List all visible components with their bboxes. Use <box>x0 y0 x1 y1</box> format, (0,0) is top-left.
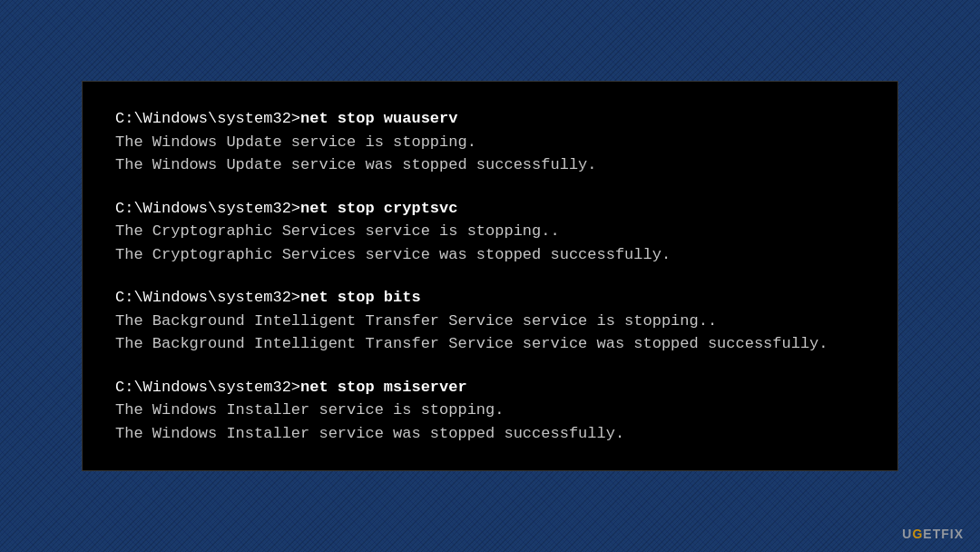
command-block-msiserver: C:\Windows\system32>net stop msiserver T… <box>115 376 865 446</box>
command-block-bits: C:\Windows\system32>net stop bits The Ba… <box>115 286 865 356</box>
command-line-3: C:\Windows\system32>net stop bits <box>115 286 865 310</box>
prompt-2: C:\Windows\system32> <box>115 200 300 217</box>
output-4a: The Windows Installer service is stoppin… <box>115 399 865 422</box>
output-1b: The Windows Update service was stopped s… <box>115 153 865 177</box>
watermark-g: G <box>912 527 923 541</box>
output-3b: The Background Intelligent Transfer Serv… <box>115 332 865 356</box>
command-block-wuauserv: C:\Windows\system32>net stop wuauserv Th… <box>115 107 865 177</box>
command-line-4: C:\Windows\system32>net stop msiserver <box>115 376 865 399</box>
cmd-2: net stop cryptsvc <box>300 200 457 217</box>
command-line-1: C:\Windows\system32>net stop wuauserv <box>115 107 865 131</box>
cmd-4: net stop msiserver <box>300 379 467 396</box>
prompt-1: C:\Windows\system32> <box>115 110 300 127</box>
cmd-1: net stop wuauserv <box>300 110 457 127</box>
terminal-window: C:\Windows\system32>net stop wuauserv Th… <box>82 81 898 471</box>
prompt-4: C:\Windows\system32> <box>115 379 300 396</box>
background: C:\Windows\system32>net stop wuauserv Th… <box>0 0 980 552</box>
watermark-u: U <box>902 527 912 541</box>
output-3a: The Background Intelligent Transfer Serv… <box>115 310 865 333</box>
prompt-3: C:\Windows\system32> <box>115 289 300 306</box>
command-line-2: C:\Windows\system32>net stop cryptsvc <box>115 197 865 221</box>
watermark-rest: ETFIX <box>923 527 964 541</box>
cmd-3: net stop bits <box>300 289 421 306</box>
output-1a: The Windows Update service is stopping. <box>115 131 865 154</box>
output-4b: The Windows Installer service was stoppe… <box>115 422 865 446</box>
command-block-cryptsvc: C:\Windows\system32>net stop cryptsvc Th… <box>115 197 865 267</box>
watermark: UGETFIX <box>902 527 964 541</box>
output-2b: The Cryptographic Services service was s… <box>115 243 865 267</box>
output-2a: The Cryptographic Services service is st… <box>115 220 865 243</box>
